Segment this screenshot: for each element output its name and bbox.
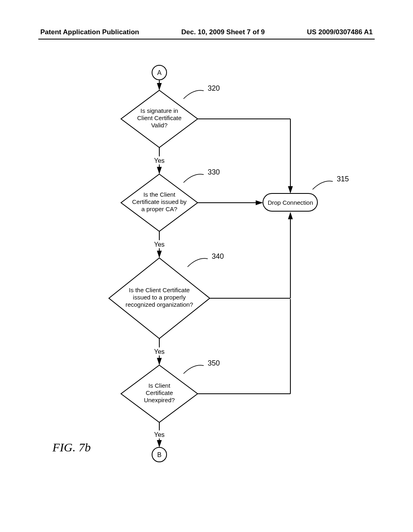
ref-leader-350 bbox=[184, 365, 204, 374]
header-middle: Dec. 10, 2009 Sheet 7 of 9 bbox=[181, 28, 265, 36]
header-left: Patent Application Publication bbox=[40, 28, 139, 36]
decision-320-line2: Client Certificate bbox=[137, 114, 181, 121]
connector-b-label: B bbox=[157, 451, 162, 458]
edge-d2-yes-label: Yes bbox=[154, 241, 165, 248]
decision-330-line1: Is the Client bbox=[143, 191, 175, 198]
ref-leader-315 bbox=[313, 181, 333, 189]
ref-leader-320 bbox=[184, 90, 204, 99]
ref-330: 330 bbox=[208, 168, 220, 176]
decision-330-line2: Certificate issued by bbox=[132, 198, 187, 205]
edge-d4-yes-label: Yes bbox=[154, 431, 165, 438]
decision-350-line2: Certificate bbox=[146, 389, 173, 396]
edge-d1-yes-label: Yes bbox=[154, 157, 165, 164]
decision-330-line3: a proper CA? bbox=[141, 206, 177, 212]
decision-340-line1: Is the Client Certificate bbox=[129, 287, 190, 293]
figure-label: FIG. 7b bbox=[52, 441, 91, 454]
ref-320: 320 bbox=[208, 84, 220, 92]
decision-320-line1: Is signature in bbox=[140, 107, 178, 114]
header-right: US 2009/0307486 A1 bbox=[307, 28, 373, 36]
decision-340-line3: recognized organization? bbox=[125, 301, 193, 308]
ref-315: 315 bbox=[337, 175, 349, 183]
header-divider bbox=[38, 39, 375, 39]
terminal-drop-label: Drop Connection bbox=[268, 199, 313, 206]
connector-a-label: A bbox=[157, 69, 162, 76]
decision-350-line3: Unexpired? bbox=[144, 397, 175, 403]
edge-d3-yes-label: Yes bbox=[154, 348, 165, 355]
ref-leader-340 bbox=[188, 258, 208, 267]
decision-350-line1: Is Client bbox=[148, 382, 171, 389]
flowchart-svg: A Is signature in Client Certificate Val… bbox=[0, 60, 413, 484]
decision-320-line3: Valid? bbox=[151, 122, 168, 129]
ref-leader-330 bbox=[184, 174, 204, 183]
ref-350: 350 bbox=[208, 359, 220, 367]
ref-340: 340 bbox=[212, 252, 224, 260]
decision-340-line2: issued to a properly bbox=[133, 294, 186, 301]
